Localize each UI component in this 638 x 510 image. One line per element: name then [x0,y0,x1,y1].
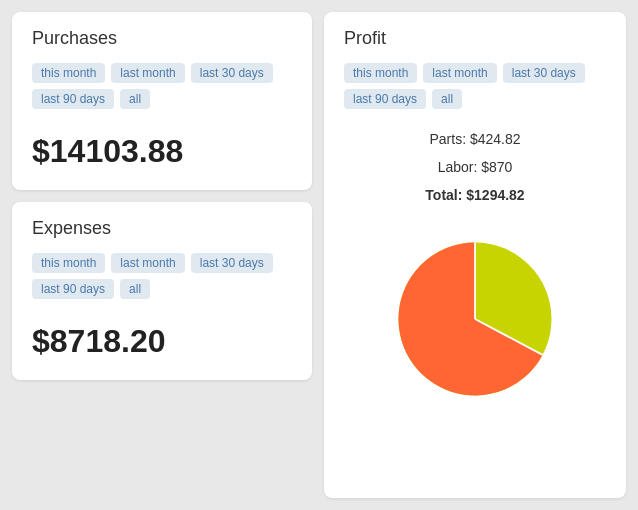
profit-details: Parts: $424.82 Labor: $870 Total: $1294.… [344,125,606,209]
right-column: Profit this month last month last 30 day… [324,12,626,498]
profit-filter-last-month[interactable]: last month [423,63,496,83]
purchases-filter-last-30[interactable]: last 30 days [191,63,273,83]
expenses-filters: this month last month last 30 days last … [32,253,292,299]
profit-filter-last-30[interactable]: last 30 days [503,63,585,83]
expenses-filter-last-90[interactable]: last 90 days [32,279,114,299]
expenses-card: Expenses this month last month last 30 d… [12,202,312,380]
profit-filter-this-month[interactable]: this month [344,63,417,83]
profit-filters: this month last month last 30 days last … [344,63,606,109]
expenses-filter-last-month[interactable]: last month [111,253,184,273]
profit-chart-area [344,219,606,419]
profit-parts: Parts: $424.82 [344,125,606,153]
purchases-filter-this-month[interactable]: this month [32,63,105,83]
profit-title: Profit [344,28,606,49]
purchases-title: Purchases [32,28,292,49]
purchases-amount: $14103.88 [32,125,292,174]
expenses-filter-all[interactable]: all [120,279,150,299]
purchases-filters: this month last month last 30 days last … [32,63,292,109]
purchases-filter-last-90[interactable]: last 90 days [32,89,114,109]
purchases-filter-last-month[interactable]: last month [111,63,184,83]
purchases-card: Purchases this month last month last 30 … [12,12,312,190]
profit-filter-all[interactable]: all [432,89,462,109]
profit-pie-chart [385,229,565,409]
expenses-filter-last-30[interactable]: last 30 days [191,253,273,273]
purchases-filter-all[interactable]: all [120,89,150,109]
expenses-title: Expenses [32,218,292,239]
expenses-amount: $8718.20 [32,315,292,364]
profit-filter-last-90[interactable]: last 90 days [344,89,426,109]
profit-labor: Labor: $870 [344,153,606,181]
left-column: Purchases this month last month last 30 … [12,12,312,498]
profit-total: Total: $1294.82 [344,181,606,209]
profit-card: Profit this month last month last 30 day… [324,12,626,498]
expenses-filter-this-month[interactable]: this month [32,253,105,273]
